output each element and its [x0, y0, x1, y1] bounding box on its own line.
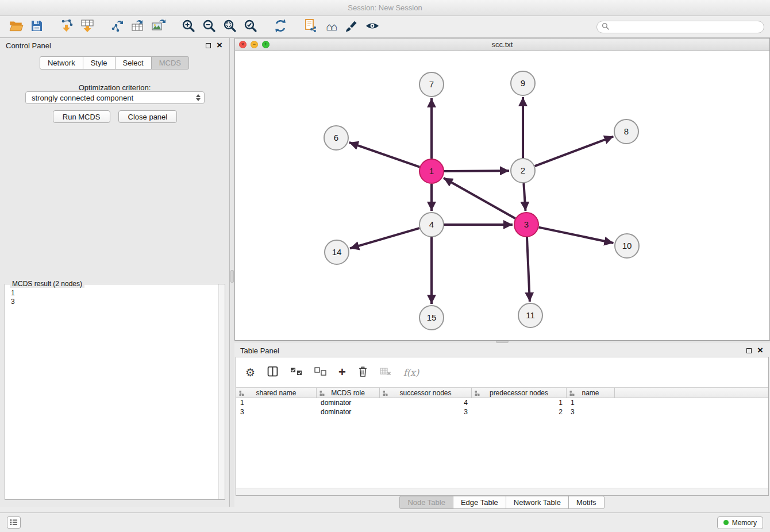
- sort-icon: [382, 390, 388, 396]
- edge-2-8[interactable]: [535, 137, 614, 167]
- svg-text:6: 6: [334, 133, 338, 142]
- eye-icon: [364, 18, 380, 36]
- vertical-splitter[interactable]: [230, 38, 234, 507]
- zoom-selected-button[interactable]: [240, 18, 261, 36]
- search-box: [596, 21, 764, 33]
- tab-mcds[interactable]: MCDS: [151, 56, 189, 70]
- network-canvas[interactable]: 7968124314101511: [235, 51, 769, 340]
- zoom-fit-button[interactable]: [220, 18, 240, 36]
- edge-1-6[interactable]: [349, 142, 420, 167]
- node-6[interactable]: 6: [324, 126, 348, 150]
- edge-3-10[interactable]: [539, 228, 614, 243]
- node-1[interactable]: 1: [419, 159, 444, 183]
- style-brush-button[interactable]: [341, 18, 362, 36]
- zoom-in-button[interactable]: [178, 18, 199, 36]
- node-14[interactable]: 14: [325, 240, 349, 264]
- column-header-mcds-role[interactable]: MCDS role: [317, 388, 380, 398]
- table-cell: dominator: [317, 399, 380, 407]
- column-header-successor-nodes[interactable]: successor nodes: [380, 388, 472, 398]
- task-history-button[interactable]: [7, 516, 21, 529]
- close-panel-icon[interactable]: ×: [217, 42, 222, 49]
- table-row[interactable]: 1dominator411: [236, 398, 768, 407]
- tab-edge-table[interactable]: Edge Table: [453, 496, 506, 509]
- column-header-label: MCDS role: [331, 389, 365, 397]
- node-2[interactable]: 2: [511, 159, 535, 183]
- node-11[interactable]: 11: [518, 303, 542, 327]
- tab-motifs[interactable]: Motifs: [568, 496, 605, 509]
- control-panel-title: Control Panel: [6, 41, 51, 50]
- tab-select[interactable]: Select: [115, 56, 152, 70]
- deselect-all-button[interactable]: [314, 367, 326, 378]
- table-cell: 3: [567, 408, 615, 416]
- delete-table-button[interactable]: [380, 367, 391, 378]
- run-mcds-button[interactable]: Run MCDS: [53, 110, 110, 123]
- memory-button[interactable]: Memory: [717, 516, 763, 529]
- edge-2-3[interactable]: [523, 183, 525, 211]
- svg-text:11: 11: [526, 310, 535, 320]
- node-7[interactable]: 7: [419, 72, 444, 97]
- node-8[interactable]: 8: [614, 119, 638, 144]
- maximize-window-button[interactable]: +: [262, 41, 270, 48]
- zoom-in-icon: [181, 18, 196, 36]
- node-15[interactable]: 15: [419, 306, 444, 330]
- edge-3-1[interactable]: [444, 178, 515, 218]
- table-row[interactable]: 3dominator323: [236, 407, 768, 417]
- folder-icon: [9, 19, 24, 35]
- svg-text:2: 2: [521, 165, 525, 175]
- show-hide-button[interactable]: [362, 18, 383, 36]
- import-table-button[interactable]: [77, 18, 98, 36]
- delete-column-button[interactable]: [358, 366, 368, 379]
- mcds-result-list: 13: [5, 284, 225, 311]
- node-4[interactable]: 4: [419, 213, 444, 237]
- column-header-predecessor-nodes[interactable]: predecessor nodes: [472, 388, 567, 398]
- optimization-criterion-dropdown[interactable]: strongly connected component: [25, 91, 205, 104]
- mcds-result-box: MCDS result (2 nodes) 13: [5, 284, 225, 500]
- first-neighbors-button[interactable]: ⌂⌂: [321, 18, 341, 36]
- tab-network[interactable]: Network: [40, 56, 83, 70]
- export-network-button[interactable]: [107, 18, 128, 36]
- clone-network-button[interactable]: [300, 18, 321, 36]
- zoom-out-button[interactable]: [199, 18, 220, 36]
- add-column-button[interactable]: +: [338, 366, 346, 379]
- node-3[interactable]: 3: [514, 213, 538, 237]
- svg-text:3: 3: [524, 219, 529, 229]
- floppy-icon: [30, 19, 44, 35]
- edge-3-11[interactable]: [527, 237, 530, 302]
- splitter-handle[interactable]: [230, 270, 234, 283]
- close-panel-button[interactable]: Close panel: [118, 110, 178, 123]
- result-scrollbar[interactable]: [218, 284, 225, 499]
- column-header-shared-name[interactable]: shared name: [236, 388, 317, 398]
- export-image-button[interactable]: [148, 18, 169, 36]
- refresh-layout-button[interactable]: [270, 18, 291, 36]
- close-window-button[interactable]: ×: [239, 41, 247, 48]
- node-10[interactable]: 10: [615, 234, 639, 258]
- minimize-window-button[interactable]: −: [251, 41, 258, 48]
- float-panel-icon[interactable]: [746, 348, 752, 353]
- export-table-button[interactable]: [128, 18, 148, 36]
- column-header-name[interactable]: name: [567, 388, 615, 398]
- tab-style[interactable]: Style: [83, 56, 116, 70]
- search-input[interactable]: [612, 22, 764, 32]
- gear-icon[interactable]: ⚙: [245, 366, 255, 379]
- tab-network-table[interactable]: Network Table: [506, 496, 569, 509]
- select-all-button[interactable]: [290, 367, 302, 378]
- close-panel-icon[interactable]: ×: [757, 347, 763, 354]
- edge-4-14[interactable]: [350, 228, 419, 248]
- network-window-titlebar: × − + scc.txt: [235, 38, 769, 51]
- refresh-icon: [273, 18, 288, 36]
- import-network-button[interactable]: [56, 18, 77, 36]
- table-horizontal-scrollbar[interactable]: [236, 488, 768, 495]
- table-panel-titlebar: Table Panel ×: [234, 343, 770, 358]
- svg-text:7: 7: [429, 79, 434, 89]
- tab-node-table[interactable]: Node Table: [399, 496, 453, 509]
- mcds-result-value: 1: [11, 289, 219, 298]
- show-columns-button[interactable]: [267, 366, 278, 379]
- save-session-button[interactable]: [26, 18, 47, 36]
- edge-1-2[interactable]: [444, 171, 509, 171]
- import-table-icon: [80, 18, 95, 36]
- open-session-button[interactable]: [6, 18, 26, 36]
- node-9[interactable]: 9: [511, 71, 535, 95]
- function-builder-icon[interactable]: f(x): [403, 367, 419, 378]
- float-panel-icon[interactable]: [206, 43, 211, 48]
- grid-delete-icon: [380, 367, 391, 378]
